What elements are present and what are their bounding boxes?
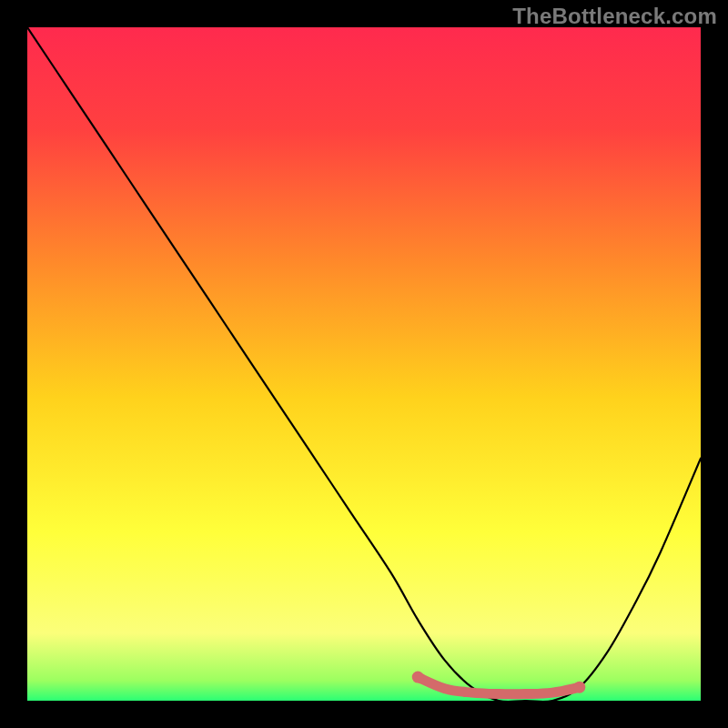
chart-svg <box>27 27 701 701</box>
chart-frame: TheBottleneck.com <box>0 0 728 728</box>
gradient-background <box>27 27 701 701</box>
series-sweet-spot-endpoint <box>573 682 585 693</box>
watermark-text: TheBottleneck.com <box>512 4 717 29</box>
series-sweet-spot-endpoint <box>412 672 424 683</box>
plot-area <box>27 27 701 701</box>
